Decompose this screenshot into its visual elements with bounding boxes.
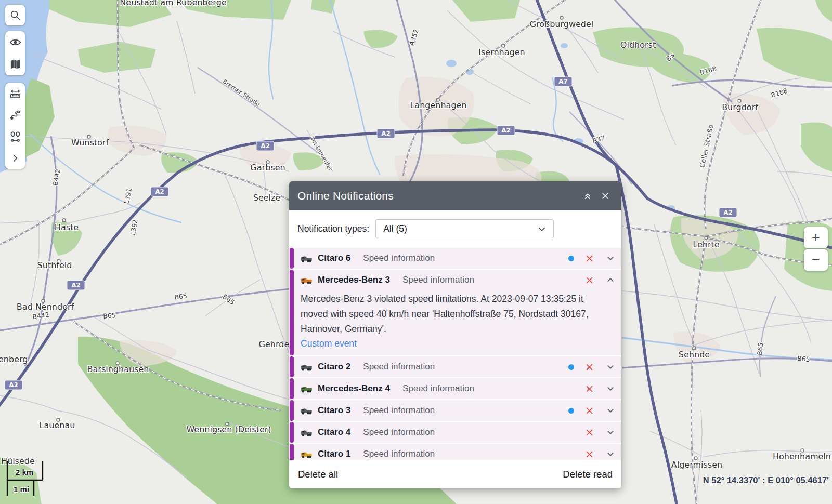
delete-notification-icon[interactable] (585, 254, 594, 263)
map-city-label: Lauenau (40, 420, 75, 430)
notification-row[interactable]: Citaro 4 Speed information (289, 422, 621, 443)
vehicle-name: Citaro 2 (318, 362, 350, 372)
view-tool-group (5, 31, 25, 75)
delete-notification-icon[interactable] (585, 428, 594, 437)
double-chevron-up-icon (582, 191, 593, 201)
unread-accent-bar (290, 248, 294, 269)
map-layers-button[interactable] (5, 54, 25, 74)
map-city-label: Burgdorf (722, 102, 758, 112)
vehicle-name: Mercedes-Benz 4 (318, 383, 390, 394)
delete-notification-icon[interactable] (585, 276, 594, 285)
map-city-label: Algermissen (671, 460, 722, 470)
notification-row[interactable]: Citaro 6 Speed information (289, 248, 621, 269)
search-tool-group (5, 5, 25, 25)
map-city-label: Oldhorst (620, 40, 656, 50)
search-button[interactable] (5, 5, 25, 25)
expand-panel-button[interactable] (5, 148, 25, 168)
map-city-label: enberg (0, 354, 28, 364)
expand-chevron-icon[interactable] (605, 405, 616, 416)
measure-distance-button[interactable] (5, 84, 25, 104)
vehicle-name: Mercedes-Benz 3 (318, 275, 390, 285)
route-button[interactable] (5, 105, 25, 126)
ruler-icon (9, 88, 21, 100)
map-city-label: Isernhagen (478, 47, 525, 57)
map-city-label: Sehnde (679, 350, 710, 360)
map-road-label: B65 (221, 293, 236, 307)
map-road-label: L392 (129, 219, 139, 236)
road-shield: A2 (723, 209, 733, 216)
vehicle-name: Citaro 1 (318, 449, 350, 459)
notification-type: Speed information (363, 405, 435, 416)
close-icon (600, 191, 610, 201)
notification-row[interactable]: Mercedes-Benz 3 Speed information Merced… (289, 270, 621, 355)
unread-dot (568, 408, 574, 414)
delete-notification-icon[interactable] (585, 450, 594, 459)
visibility-button[interactable] (5, 32, 25, 53)
road-shield: A2 (501, 127, 511, 134)
waypoints-button[interactable] (5, 126, 25, 147)
map-road-label: B188 (770, 87, 789, 99)
filter-label: Notification types: (297, 223, 369, 234)
vehicle-icon (300, 406, 313, 415)
notification-row[interactable]: Citaro 2 Speed information (289, 356, 621, 377)
expand-chevron-icon[interactable] (605, 448, 616, 460)
map-city-label: Haste (55, 222, 79, 232)
scale-km-label: 2 km (16, 468, 33, 476)
map-city-label: Wunstorf (71, 138, 109, 148)
unread-accent-bar (290, 400, 294, 421)
online-notifications-dialog: Online Notifications Notification types:… (289, 181, 621, 488)
map-road-label: A352 (408, 28, 420, 46)
road-shield: A2 (155, 188, 164, 195)
collapse-dialog-button[interactable] (579, 187, 596, 205)
custom-event-link[interactable]: Custom event (301, 338, 357, 349)
notification-type: Speed information (363, 449, 435, 459)
delete-read-button[interactable]: Delete read (563, 469, 613, 480)
road-shield: A2 (9, 381, 18, 389)
cursor-coordinates: N 52° 14.3370' : E 010° 05.4617' (703, 475, 829, 485)
map-icon (9, 58, 21, 70)
search-icon (9, 9, 21, 21)
vehicle-icon (300, 276, 313, 285)
map-city-label: Großburgwedel (530, 19, 594, 29)
close-dialog-button[interactable] (596, 187, 614, 205)
vehicle-icon (300, 428, 313, 437)
road-shield: A7 (558, 78, 568, 85)
notification-type: Speed information (363, 253, 435, 263)
map-city-label: Seelze (253, 193, 281, 203)
delete-notification-icon[interactable] (585, 363, 594, 372)
expand-chevron-icon[interactable] (605, 427, 616, 438)
map-street-label: Celler Straße (698, 124, 714, 168)
dialog-header[interactable]: Online Notifications (289, 181, 621, 210)
zoom-out-button[interactable]: − (804, 249, 828, 271)
map-city-label: Neustadt am Rübenberge (120, 0, 226, 7)
map-city-label: Langenhagen (410, 100, 466, 110)
eye-icon (9, 36, 21, 48)
zoom-in-button[interactable]: + (804, 227, 828, 248)
chevron-down-icon (537, 224, 547, 234)
notification-type: Speed information (402, 383, 474, 394)
delete-all-button[interactable]: Delete all (298, 469, 338, 480)
unread-dot (568, 256, 574, 261)
dialog-title: Online Notifications (297, 190, 579, 202)
delete-notification-icon[interactable] (585, 406, 594, 415)
map-road-label: B442 (32, 311, 49, 321)
expand-chevron-icon[interactable] (605, 383, 616, 394)
map-city-label: Suthfeld (37, 260, 72, 270)
expand-chevron-icon[interactable] (605, 361, 616, 373)
notification-detail: Mercedes-Benz 3 violated speed limitatio… (289, 290, 621, 355)
vehicle-name: Citaro 6 (318, 253, 350, 263)
map-road-label: B442 (51, 168, 62, 187)
map-pins-icon (9, 131, 21, 143)
expand-chevron-icon[interactable] (605, 253, 616, 264)
notification-row[interactable]: Mercedes-Benz 4 Speed information (289, 378, 621, 399)
notification-types-select[interactable]: All (5) (375, 219, 554, 238)
map-road-label: B65 (103, 311, 116, 320)
map-road-label: B65 (797, 354, 811, 363)
notification-row[interactable]: Citaro 3 Speed information (289, 400, 621, 421)
zoom-controls: + − (804, 227, 828, 271)
notification-message: Mercedes-Benz 3 violated speed limitatio… (301, 291, 606, 337)
collapse-chevron-icon[interactable] (605, 274, 616, 286)
delete-notification-icon[interactable] (585, 384, 594, 393)
scale-bar: 2 km 1 mi (5, 458, 57, 498)
map-road-label: B65 (174, 291, 187, 301)
